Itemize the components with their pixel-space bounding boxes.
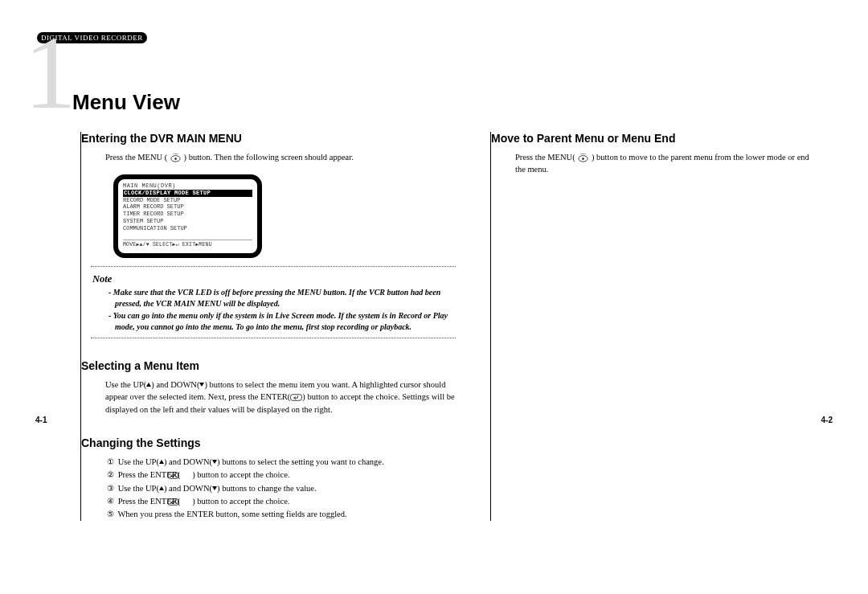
chapter-title: Menu View (72, 90, 180, 115)
circled-number-icon: ⑤ (105, 508, 116, 521)
numbered-list: ① Use the UP() and DOWN() buttons to sel… (97, 456, 462, 521)
menu-button-icon (577, 152, 589, 162)
dotted-separator (91, 266, 456, 267)
text-fragment: ) button to accept the choice. (192, 470, 289, 479)
text-fragment: When you press the ENTER button, some se… (117, 510, 346, 518)
circled-number-icon: ① (105, 456, 116, 469)
page-number-left: 4-1 (35, 416, 47, 424)
monitor-line: RECORD MODE SETUP (123, 197, 252, 204)
text-fragment: ) buttons to select the setting you want… (217, 457, 384, 466)
section-body-enter-menu: Press the MENU ( ) button. Then the foll… (97, 151, 462, 163)
section-selecting: Selecting a Menu Item Use the UP() and D… (97, 359, 462, 416)
text-fragment: ) and DOWN( (151, 380, 199, 389)
text-fragment: Use the UP( (118, 484, 159, 493)
section-title-parent-menu: Move to Parent Menu or Menu End (491, 132, 820, 145)
monitor-title: MAIN MENU(DVR) (123, 182, 252, 190)
monitor-line: TIMER RECORD SETUP (123, 211, 252, 218)
page-number-right: 4-2 (821, 416, 833, 424)
text-fragment: ) button. Then the following screen shou… (184, 153, 354, 162)
monitor-line: ALARM RECORD SETUP (123, 203, 252, 211)
list-item: ③ Use the UP() and DOWN() buttons to cha… (105, 482, 462, 495)
monitor-line: COMMUNICATION SETUP (123, 225, 252, 232)
content-columns: Entering the DVR MAIN MENU Press the MEN… (32, 132, 836, 521)
section-body-selecting: Use the UP() and DOWN() buttons to selec… (97, 379, 462, 416)
section-body-parent-menu: Press the MENU( ) button to move to the … (507, 151, 820, 175)
section-changing: Changing the Settings ① Use the UP() and… (97, 436, 462, 521)
text-fragment: Use the UP( (118, 457, 159, 466)
list-item: ⑤ When you press the ENTER button, some … (105, 508, 462, 521)
list-item: ④ Press the ENTER() button to accept the… (105, 495, 462, 508)
text-fragment: ) and DOWN( (164, 457, 212, 466)
text-fragment: ) button to accept the choice. (192, 497, 289, 506)
dotted-separator (91, 338, 456, 338)
monitor-highlighted-line: CLOCK/DISPLAY MODE SETUP (123, 190, 252, 197)
enter-button-icon (180, 471, 192, 481)
column-left: Entering the DVR MAIN MENU Press the MEN… (80, 132, 462, 521)
circled-number-icon: ② (105, 469, 116, 481)
enter-button-icon (180, 498, 192, 508)
list-item: ② Press the ENTER() button to accept the… (105, 469, 462, 481)
circled-number-icon: ③ (105, 482, 116, 495)
circled-number-icon: ④ (105, 495, 116, 508)
enter-button-icon (290, 393, 302, 404)
note-label: Note (92, 273, 462, 285)
chapter-number: 1 (24, 20, 76, 125)
note-item: - Make sure that the VCR LED is off befo… (108, 287, 462, 309)
monitor-line: SYSTEM SETUP (123, 218, 252, 225)
menu-button-icon (170, 152, 182, 162)
monitor-footer: MOVE▶▲/▼ SELECT▶↵ EXIT▶MENU (123, 240, 252, 248)
section-title-enter-menu: Entering the DVR MAIN MENU (81, 132, 462, 145)
list-item: ① Use the UP() and DOWN() buttons to sel… (105, 456, 462, 469)
text-fragment: ) buttons to change the value. (217, 484, 317, 493)
monitor-illustration: MAIN MENU(DVR) CLOCK/DISPLAY MODE SETUP … (113, 174, 262, 257)
text-fragment: Press the MENU( (515, 153, 575, 162)
page-root: DIGITAL VIDEO RECORDER 1 Menu View Enter… (0, 0, 868, 449)
text-fragment: Use the UP( (105, 380, 146, 389)
text-fragment: ) and DOWN( (164, 484, 212, 493)
column-right: Move to Parent Menu or Menu End Press th… (490, 132, 820, 521)
section-title-changing: Changing the Settings (81, 436, 462, 449)
text-fragment: Press the MENU ( (105, 153, 167, 162)
note-body: - Make sure that the VCR LED is off befo… (97, 287, 462, 333)
note-item: - You can go into the menu only if the s… (108, 310, 462, 333)
section-title-selecting: Selecting a Menu Item (81, 359, 462, 372)
